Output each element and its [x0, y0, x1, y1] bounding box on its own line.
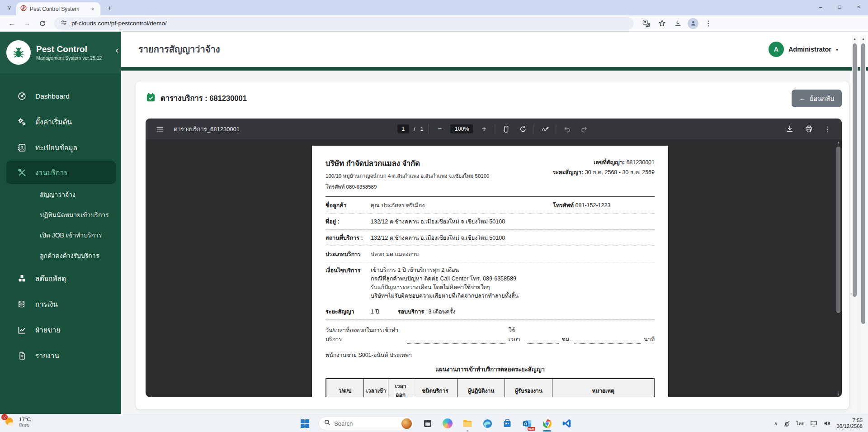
taskbar: 2 17°C มีเมฆ Search — [0, 414, 868, 432]
content-area: ตารางบริการ : 681230001 ← ย้อนกลับ ตาราง… — [121, 71, 868, 414]
browser-forward-button[interactable]: → — [21, 17, 33, 30]
zoom-level[interactable]: 100% — [451, 124, 473, 133]
taskbar-weather-widget[interactable]: 2 17°C มีเมฆ — [4, 416, 31, 428]
sidebar-item-initial-settings[interactable]: ตั้งค่าเริ่มต้น — [0, 109, 121, 135]
scroll-up-icon[interactable]: ▲ — [852, 37, 858, 40]
sidebar-item-data-registry[interactable]: ทะเบียนข้อมูล — [0, 135, 121, 161]
tab-search-button[interactable]: ∨ — [5, 3, 14, 12]
browser-profile-avatar[interactable] — [688, 18, 698, 29]
chevron-down-icon: ▾ — [836, 47, 838, 52]
sidebar-item-service-jobs[interactable]: งานบริการ — [6, 161, 116, 184]
doc-company-address: 100/10 หมู่บ้านกาญจน์กนก 4 ต.สันกำแพง อ.… — [326, 172, 490, 180]
downloads-icon[interactable] — [672, 18, 684, 29]
taskbar-search[interactable]: Search — [318, 417, 414, 430]
sidebar-item-label: ทะเบียนข้อมูล — [35, 142, 77, 153]
bug-icon — [11, 45, 26, 60]
undo-icon[interactable] — [561, 123, 573, 135]
language-indicator[interactable]: ไทย — [796, 420, 804, 427]
translate-icon[interactable] — [640, 18, 652, 29]
browser-menu-kebab-icon[interactable]: ⋮ — [703, 18, 714, 29]
card-title: ตารางบริการ : 681230001 — [160, 92, 247, 104]
browser-reload-button[interactable] — [36, 17, 49, 30]
back-button[interactable]: ← ย้อนกลับ — [792, 90, 842, 107]
rotate-icon[interactable] — [517, 123, 529, 135]
notifications-off-bell-icon[interactable] — [783, 420, 790, 427]
redo-icon[interactable] — [578, 123, 590, 135]
scroll-up-icon[interactable]: ▲ — [835, 141, 842, 144]
tab-close-icon[interactable]: × — [89, 5, 96, 13]
copilot-icon[interactable] — [441, 417, 454, 430]
browser-scrollbar[interactable]: ▲ — [860, 35, 866, 414]
sidebar-subitem-pending-customers[interactable]: ลูกค้าคงค้างรับบริการ — [0, 245, 121, 266]
taskbar-app-widgets-icon[interactable] — [421, 417, 434, 430]
sidebar-collapse-icon[interactable]: ‹ — [115, 45, 118, 54]
sidebar-item-label: Dashboard — [35, 92, 70, 100]
pdf-scrollbar-thumb[interactable] — [836, 147, 840, 313]
sidebar-subitem-open-job[interactable]: เปิด JOB เข้าทำบริการ — [0, 225, 121, 245]
start-button[interactable] — [298, 417, 311, 430]
sidebar-subitem-employment-contract[interactable]: สัญญาว่าจ้าง — [0, 184, 121, 204]
url-bar[interactable]: pf-clouds.com/pf-pestcontrol/demo/ — [54, 17, 634, 30]
gauge-icon — [16, 91, 27, 101]
print-icon[interactable] — [803, 123, 815, 135]
doc-row-conditions: เงื่อนไขบริการ เข้าบริการ 1 ปี เข้าบริกา… — [326, 262, 655, 304]
sidebar-item-reports[interactable]: รายงาน — [0, 343, 121, 369]
sidebar-subitem-appointment-calendar[interactable]: ปฏิทินนัดหมายเข้าบริการ — [0, 204, 121, 225]
outlook-icon[interactable]: O NEW — [521, 417, 533, 430]
taskbar-clock[interactable]: 7:55 30/12/2568 — [836, 418, 863, 430]
pdf-menu-kebab-icon[interactable]: ⋮ — [822, 123, 834, 135]
tab-favicon-no-pest-icon — [20, 5, 27, 13]
microsoft-store-icon[interactable] — [501, 417, 514, 430]
browser-scrollbar-thumb[interactable] — [861, 43, 865, 324]
browser-tab[interactable]: Pest Control System × — [16, 2, 100, 15]
pdf-sidepanel-menu-icon[interactable] — [154, 123, 165, 135]
search-daily-image[interactable] — [401, 418, 412, 429]
window-close-button[interactable]: × — [849, 0, 868, 14]
tray-date: 30/12/2568 — [836, 423, 863, 430]
sidebar-subitem-label: สัญญาว่าจ้าง — [40, 190, 75, 199]
display-network-icon[interactable] — [810, 420, 817, 427]
page-header: รายการสัญญาว่าจ้าง A Administrator ▾ — [121, 32, 868, 67]
content-scrollbar-thumb[interactable] — [853, 43, 857, 297]
doc-contract-period: ระยะสัญญา: 30 ธ.ค. 2568 - 30 ธ.ค. 2569 — [553, 167, 655, 177]
coins-icon — [16, 299, 27, 309]
separator — [495, 124, 495, 134]
scroll-up-icon[interactable]: ▲ — [860, 37, 866, 40]
zoom-in-button[interactable]: + — [478, 123, 490, 135]
vscode-icon[interactable] — [561, 417, 573, 430]
sidebar-item-sales[interactable]: ฝ่ายขาย — [0, 317, 121, 343]
content-scrollbar[interactable]: ▲ — [852, 35, 858, 414]
sidebar-item-label: รายงาน — [35, 350, 59, 361]
screen: ∨ Pest Control System × + – □ × ← → pf-c… — [0, 0, 868, 432]
admin-menu[interactable]: A Administrator ▾ — [769, 42, 838, 57]
zoom-out-button[interactable]: − — [434, 123, 446, 135]
new-tab-button[interactable]: + — [105, 3, 115, 13]
scroll-down-icon[interactable]: ▼ — [835, 393, 842, 396]
service-schedule-card: ตารางบริการ : 681230001 ← ย้อนกลับ ตาราง… — [136, 81, 849, 409]
url-text[interactable]: pf-clouds.com/pf-pestcontrol/demo/ — [71, 20, 167, 27]
sidebar-item-dashboard[interactable]: Dashboard — [0, 83, 121, 109]
sidebar-item-finance[interactable]: การเงิน — [0, 291, 121, 317]
file-explorer-icon[interactable] — [461, 417, 474, 430]
back-arrow-icon: ← — [799, 95, 806, 102]
col-remarks: หมายเหตุ — [552, 379, 654, 397]
chrome-icon[interactable] — [541, 417, 553, 430]
window-maximize-button[interactable]: □ — [830, 0, 849, 14]
annotate-pen-icon[interactable] — [539, 123, 551, 135]
sidebar-item-stock[interactable]: สต๊อกพัสดุ — [0, 266, 121, 291]
edge-icon[interactable] — [481, 417, 494, 430]
tray-expand-chevron-icon[interactable]: ∧ — [774, 421, 778, 427]
download-icon[interactable] — [784, 123, 796, 135]
window-minimize-button[interactable]: – — [811, 0, 830, 14]
doc-row-service-place: สถานที่บริการ : 132/12 ต.ช้างคลาน อ.เมือ… — [326, 230, 655, 246]
fit-to-page-icon[interactable] — [500, 123, 512, 135]
pdf-toolbar: ตารางบริการ_681230001 1 / 1 − 100% + — [146, 119, 842, 139]
bookmark-star-icon[interactable] — [656, 18, 668, 29]
browser-back-button[interactable]: ← — [5, 17, 18, 30]
doc-row-service-type: ประเภทบริการ ปลวก มด แมลงสาบ — [326, 246, 655, 262]
sidebar-subitem-label: ปฏิทินนัดหมายเข้าบริการ — [40, 210, 109, 220]
volume-icon[interactable] — [823, 420, 830, 427]
site-settings-icon[interactable] — [61, 19, 67, 28]
pdf-page-input[interactable]: 1 — [397, 124, 409, 133]
pdf-scrollbar[interactable]: ▲ ▼ — [835, 139, 842, 397]
